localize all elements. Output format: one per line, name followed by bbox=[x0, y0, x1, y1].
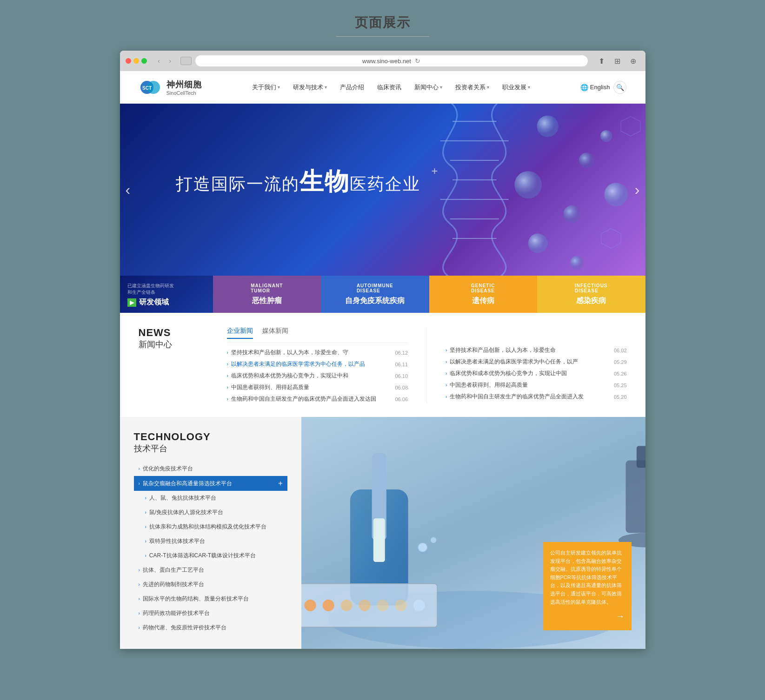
maximize-dot[interactable] bbox=[141, 58, 147, 64]
logo-cn: 神州细胞 bbox=[166, 79, 202, 90]
news-divider bbox=[426, 327, 427, 403]
category-autoimmune[interactable]: AUTOIMMUNEDISEASE 自身免疫系统疾病 bbox=[321, 276, 429, 313]
svg-marker-19 bbox=[601, 229, 621, 248]
globe-icon: 🌐 bbox=[580, 84, 588, 91]
tech-item-cart[interactable]: › CAR-T抗体筛选和CAR-T载体设计技术平台 bbox=[134, 548, 287, 563]
tech-item-label: 人、鼠、兔抗抗体技术平台 bbox=[149, 494, 216, 502]
site-header: SCT 神州细胞 SinoCellTech 关于我们 ▾ 研发与技术 ▾ 产品介… bbox=[120, 71, 645, 104]
tech-arrow-icon: › bbox=[139, 625, 140, 630]
share-button[interactable]: ⬆ bbox=[595, 54, 608, 67]
tech-item-hybridoma[interactable]: › 鼠杂交瘤融合和高通量筛选技术平台 + bbox=[134, 476, 287, 491]
nav-clinical[interactable]: 临床资讯 bbox=[372, 79, 407, 95]
close-dot[interactable] bbox=[126, 58, 131, 64]
news-date-right: 05.29 bbox=[614, 359, 627, 365]
browser-actions: ⬆ ⊞ ⊕ bbox=[595, 54, 640, 67]
tab-media-news[interactable]: 媒体新闻 bbox=[262, 327, 288, 339]
news-text: 临床优势和成本优势为核心竞争力，实现让中和 bbox=[231, 372, 392, 380]
extensions-button[interactable]: ⊕ bbox=[627, 54, 640, 67]
news-arrow-icon: › bbox=[446, 371, 447, 376]
nav-rd[interactable]: 研发与技术 ▾ bbox=[287, 79, 333, 95]
news-item-right[interactable]: › 生物药和中国自主研发生产的临床优势产品全面进入发 05.20 bbox=[446, 393, 627, 401]
logo-en: SinoCellTech bbox=[166, 90, 202, 96]
news-item[interactable]: › 以解决患者未满足的临床医学需求为中心任务，以产品 06.11 bbox=[227, 360, 408, 368]
svg-point-10 bbox=[537, 116, 559, 137]
cat-infectious-en: INFECTIOUSDISEASE bbox=[575, 283, 608, 293]
news-item[interactable]: › 中国患者获得到、用得起高质量 06.08 bbox=[227, 383, 408, 391]
tech-item-production[interactable]: › 抗体、蛋白生产工艺平台 bbox=[134, 563, 287, 577]
tech-item-metabolism[interactable]: › 药物代谢、免疫原性评价技术平台 bbox=[134, 621, 287, 635]
tech-item-human-mouse[interactable]: › 人、鼠、兔抗抗体技术平台 bbox=[134, 491, 287, 505]
minimize-dot[interactable] bbox=[133, 58, 139, 64]
tech-item-bispecific[interactable]: › 双特异性抗体技术平台 bbox=[134, 534, 287, 548]
category-infectious[interactable]: INFECTIOUSDISEASE 感染疾病 bbox=[537, 276, 645, 313]
hero-post: 医药企业 bbox=[350, 174, 420, 193]
news-date: 06.12 bbox=[395, 350, 408, 356]
tech-title-cn: 技术平台 bbox=[134, 443, 287, 454]
info-card-text: 公司自主研发建立领先的鼠单抗发现平台，包含高融合效率杂交瘤交融、抗原诱导的特异性… bbox=[550, 549, 625, 606]
news-item-right[interactable]: › 坚持技术和产品创新，以人为本，珍爱生命 06.02 bbox=[446, 346, 627, 354]
news-item[interactable]: › 坚持技术和产品创新，以人为本，珍爱生命、守 06.12 bbox=[227, 349, 408, 357]
new-tab-button[interactable]: ⊞ bbox=[611, 54, 624, 67]
tech-arrow-icon: › bbox=[145, 539, 146, 544]
svg-point-15 bbox=[528, 233, 548, 253]
hero-banner: 打造国际一流的生物医药企业 + ‹ › bbox=[120, 104, 645, 276]
research-main-label: ▶ 研发领域 bbox=[127, 297, 206, 307]
news-arrow-icon: › bbox=[227, 373, 228, 378]
tech-arrow-icon: › bbox=[145, 553, 146, 558]
news-text-right: 生物药和中国自主研发生产的临床优势产品全面进入发 bbox=[450, 393, 610, 401]
svg-point-29 bbox=[359, 600, 370, 611]
nav-investors[interactable]: 投资者关系 ▾ bbox=[450, 79, 495, 95]
tech-item-formulation[interactable]: › 先进的药物制剂技术平台 bbox=[134, 577, 287, 592]
tech-item-immune[interactable]: › 优化的免疫技术平台 bbox=[134, 462, 287, 476]
nav-about[interactable]: 关于我们 ▾ bbox=[246, 79, 286, 95]
language-selector[interactable]: 🌐 English bbox=[580, 84, 610, 91]
news-arrow-icon: › bbox=[227, 385, 228, 390]
hero-prev-button[interactable]: ‹ bbox=[126, 181, 131, 198]
tech-arrow-icon: › bbox=[139, 466, 140, 471]
back-button[interactable]: ‹ bbox=[154, 56, 164, 66]
nav-career[interactable]: 职业发展 ▾ bbox=[497, 79, 536, 95]
news-arrow-icon: › bbox=[446, 383, 447, 388]
nav-news[interactable]: 新闻中心 ▾ bbox=[409, 79, 448, 95]
news-text-right: 中国患者获得到、用得起高质量 bbox=[450, 381, 610, 389]
svg-point-14 bbox=[600, 130, 612, 142]
hero-plus-icon: + bbox=[431, 164, 439, 178]
news-item[interactable]: › 生物药和中国自主研发生产的临床优势产品全面进入发达国 06.06 bbox=[227, 395, 408, 403]
info-card-arrow-icon[interactable]: → bbox=[550, 610, 625, 623]
category-genetic[interactable]: GENETICDISEASE 遗传病 bbox=[429, 276, 538, 313]
news-left-items: › 坚持技术和产品创新，以人为本，珍爱生命、守 06.12 › 以解决患者未满足… bbox=[227, 349, 408, 403]
reload-icon[interactable]: ↻ bbox=[415, 57, 420, 65]
news-date-right: 05.20 bbox=[614, 394, 627, 400]
tech-arrow-icon: › bbox=[139, 481, 140, 486]
search-button[interactable]: 🔍 bbox=[613, 81, 626, 94]
tech-item-label: 鼠杂交瘤融合和高通量筛选技术平台 bbox=[143, 480, 232, 488]
hero-next-button[interactable]: › bbox=[635, 181, 640, 198]
news-arrow-icon: › bbox=[227, 396, 228, 402]
news-item-right[interactable]: › 中国患者获得到、用得起高质量 05.25 bbox=[446, 381, 627, 389]
lab-image: 公司自主研发建立领先的鼠单抗发现平台，包含高融合效率杂交瘤交融、抗原诱导的特异性… bbox=[301, 417, 645, 649]
news-date: 06.11 bbox=[395, 362, 408, 367]
tech-item-label: 抗体亲和力成熟和抗体结构模拟及优化技术平台 bbox=[149, 523, 266, 531]
news-item[interactable]: › 临床优势和成本优势为核心竞争力，实现让中和 06.10 bbox=[227, 372, 408, 380]
tech-item-label: 药理药效功能评价技术平台 bbox=[143, 609, 210, 617]
logo-area[interactable]: SCT 神州细胞 SinoCellTech bbox=[139, 78, 202, 97]
forward-button[interactable]: › bbox=[166, 56, 175, 66]
tech-title-en: TECHNOLOGY bbox=[134, 431, 287, 443]
address-bar[interactable]: www.sino-web.net ↻ bbox=[195, 55, 588, 66]
tech-item-structure[interactable]: › 国际水平的生物药结构、质量分析技术平台 bbox=[134, 592, 287, 606]
window-controls bbox=[126, 58, 147, 64]
news-main-content: 企业新闻 媒体新闻 › 坚持技术和产品创新，以人为本，珍爱生命、守 06.12 … bbox=[227, 327, 408, 403]
svg-rect-24 bbox=[373, 518, 385, 562]
category-malignant-tumor[interactable]: MALIGNANTTUMOR 恶性肿瘤 bbox=[213, 276, 321, 313]
tech-item-pharmacology[interactable]: › 药理药效功能评价技术平台 bbox=[134, 606, 287, 621]
nav-products[interactable]: 产品介绍 bbox=[334, 79, 370, 95]
news-text-right: 坚持技术和产品创新，以人为本，珍爱生命 bbox=[450, 346, 610, 354]
tech-item-humanized[interactable]: › 鼠/免疫抗体的人源化技术平台 bbox=[134, 505, 287, 520]
news-text: 中国患者获得到、用得起高质量 bbox=[231, 383, 392, 391]
tab-company-news[interactable]: 企业新闻 bbox=[227, 327, 253, 339]
cat-autoimmune-cn: 自身免疫系统疾病 bbox=[345, 296, 405, 306]
tech-item-affinity[interactable]: › 抗体亲和力成熟和抗体结构模拟及优化技术平台 bbox=[134, 520, 287, 534]
news-date-right: 05.26 bbox=[614, 371, 627, 376]
news-item-right[interactable]: › 临床优势和成本优势为核心竞争力，实现让中国 05.26 bbox=[446, 370, 627, 377]
news-item-right[interactable]: › 以解决患者未满足的临床医学需求为中心任务，以严 05.29 bbox=[446, 358, 627, 366]
